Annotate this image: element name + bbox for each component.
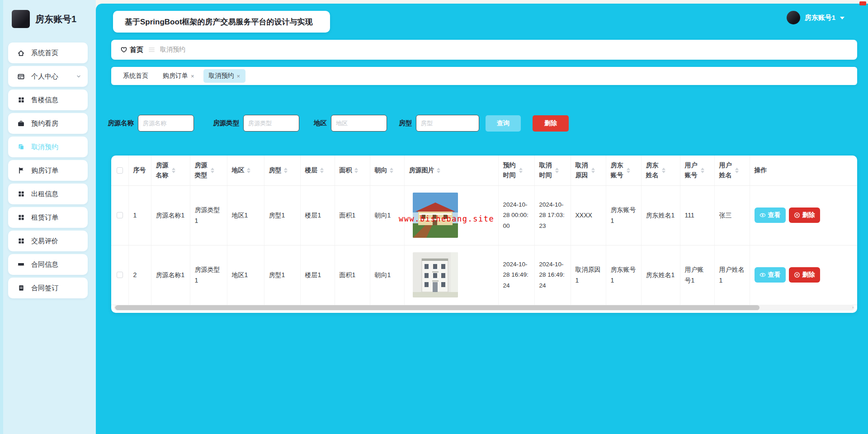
scrollbar-thumb[interactable]	[115, 305, 760, 310]
select-all-checkbox[interactable]	[117, 167, 123, 174]
sort-icon[interactable]	[247, 168, 250, 173]
tab-purchase-orders[interactable]: 购房订单 ×	[157, 69, 200, 83]
sidebar-item-sales-info[interactable]: 售楼信息	[8, 90, 88, 110]
card-icon	[17, 73, 25, 80]
close-icon[interactable]: ×	[191, 73, 194, 79]
cell-landlord-account: 房东账号1	[606, 185, 641, 245]
cell-house-name: 房源名称1	[151, 185, 190, 245]
sidebar-item-label: 购房订单	[31, 166, 58, 175]
sidebar-item-label: 系统首页	[31, 49, 58, 57]
house-name-input[interactable]	[138, 115, 194, 132]
user-name: 房东账号1	[805, 14, 835, 22]
cell-landlord-name: 房东姓名1	[641, 185, 680, 245]
chevron-down-icon[interactable]	[76, 73, 81, 80]
room-type-input[interactable]	[416, 115, 479, 132]
cell-cancel-time: 2024-10-28 16:49:24	[534, 245, 571, 305]
cell-index: 1	[128, 185, 151, 245]
row-checkbox[interactable]	[117, 212, 123, 218]
row-checkbox[interactable]	[117, 272, 123, 278]
column-header: 面积	[340, 165, 352, 175]
view-button[interactable]: 查看	[755, 267, 786, 283]
filter-label-region: 地区	[314, 119, 327, 127]
sidebar-item-viewing-appointment[interactable]: 预约看房	[8, 113, 88, 134]
horizontal-scrollbar[interactable]: ‹ ›	[114, 305, 854, 311]
eye-icon	[760, 272, 766, 278]
sidebar-item-transaction-reviews[interactable]: 交易评价	[8, 231, 88, 251]
avatar[interactable]	[12, 10, 30, 28]
tab-system-home[interactable]: 系统首页	[118, 69, 154, 83]
row-delete-button[interactable]: 删除	[789, 267, 820, 283]
ticket-icon	[17, 261, 25, 269]
filter-bar: 房源名称 房源类型 地区 房型 查询 删除	[108, 115, 569, 132]
cell-landlord-account: 房东账号1	[606, 245, 641, 305]
sort-icon[interactable]	[211, 168, 214, 173]
sort-icon[interactable]	[591, 168, 595, 173]
user-menu[interactable]: 房东账号1	[787, 11, 844, 24]
column-header: 操作	[755, 166, 767, 174]
tab-cancel-appointment[interactable]: 取消预约 ×	[203, 69, 246, 83]
sort-icon[interactable]	[172, 168, 175, 173]
sidebar-item-rental-info[interactable]: 出租信息	[8, 184, 88, 204]
sort-icon[interactable]	[284, 168, 288, 173]
briefcase-icon	[17, 120, 25, 127]
house-type-input[interactable]	[243, 115, 299, 132]
column-header: 房东账号	[611, 160, 624, 180]
filter-label-room-type: 房型	[399, 119, 412, 127]
sidebar-item-label: 售楼信息	[31, 96, 58, 104]
cell-facing: 朝向1	[370, 245, 404, 305]
cell-user-account: 111	[680, 185, 714, 245]
column-header: 预约时间	[503, 160, 517, 180]
cell-user-name: 张三	[714, 185, 750, 245]
avatar[interactable]	[787, 11, 800, 24]
heart-icon	[120, 46, 127, 53]
sort-icon[interactable]	[735, 168, 739, 173]
cell-index: 2	[128, 245, 151, 305]
cell-area: 面积1	[335, 185, 370, 245]
sidebar-item-label: 合同信息	[31, 260, 58, 269]
cell-house-type: 房源类型1	[190, 245, 227, 305]
delete-button[interactable]: 删除	[533, 115, 569, 132]
pages-icon	[17, 143, 25, 151]
recording-indicator	[859, 1, 866, 5]
cell-user-name: 用户姓名1	[714, 245, 750, 305]
column-header: 朝向	[375, 165, 387, 175]
sidebar-item-system-home[interactable]: 系统首页	[8, 42, 88, 63]
close-icon[interactable]: ×	[237, 73, 241, 79]
sort-icon[interactable]	[627, 168, 630, 173]
sidebar-item-contract-signing[interactable]: 合同签订	[8, 278, 88, 298]
breadcrumb-home-label: 首页	[130, 46, 143, 54]
grid-icon	[17, 214, 25, 222]
column-header: 房东姓名	[646, 160, 660, 180]
column-header: 地区	[232, 165, 245, 175]
sort-icon[interactable]	[390, 168, 393, 173]
sidebar-nav: 系统首页 个人中心 售楼信息 预约看房	[0, 36, 96, 298]
sort-icon[interactable]	[555, 168, 559, 173]
scroll-right-icon[interactable]: ›	[852, 305, 854, 310]
table-row: 1 房源名称1 房源类型1 地区1 房型1 楼层1 面积1 朝向1	[111, 185, 857, 245]
region-input[interactable]	[331, 115, 387, 132]
cell-cancel-reason: XXXX	[571, 185, 606, 245]
sort-icon[interactable]	[662, 168, 665, 173]
sort-icon[interactable]	[519, 168, 523, 173]
sort-icon[interactable]	[701, 168, 704, 173]
account-name: 房东账号1	[35, 13, 76, 25]
sidebar-item-personal-center[interactable]: 个人中心	[8, 66, 88, 87]
sidebar-item-label: 个人中心	[31, 72, 58, 81]
search-button[interactable]: 查询	[486, 115, 521, 132]
cell-landlord-name: 房东姓名1	[641, 245, 680, 305]
breadcrumb-home[interactable]: 首页	[120, 46, 143, 54]
sort-icon[interactable]	[437, 168, 440, 173]
sidebar-item-lease-orders[interactable]: 租赁订单	[8, 207, 88, 228]
sidebar-item-cancel-appointment[interactable]: 取消预约	[8, 137, 88, 157]
view-button[interactable]: 查看	[755, 208, 786, 223]
delete-circle-icon	[794, 272, 800, 278]
sort-icon[interactable]	[320, 168, 324, 173]
row-delete-button[interactable]: 删除	[789, 208, 820, 223]
sidebar-item-purchase-orders[interactable]: 购房订单	[8, 160, 88, 181]
cell-booking-time: 2024-10-28 16:49:24	[498, 245, 534, 305]
breadcrumb-separator-icon	[149, 47, 155, 52]
cell-house-name: 房源名称1	[151, 245, 190, 305]
home-icon	[17, 49, 25, 57]
sidebar-item-contract-info[interactable]: 合同信息	[8, 254, 88, 275]
sort-icon[interactable]	[354, 168, 358, 173]
